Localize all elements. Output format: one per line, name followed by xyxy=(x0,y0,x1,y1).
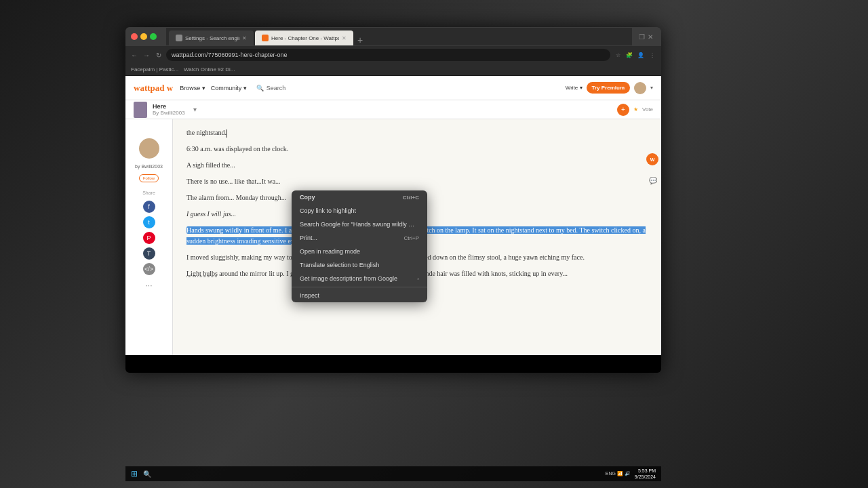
comment-area: 💬 xyxy=(649,174,657,186)
story-line-3: A sigh filled the... xyxy=(186,160,648,171)
light-bulbs-text: Light bulbs xyxy=(186,270,218,277)
bookmark-btn[interactable]: ☆ xyxy=(613,50,623,60)
back-btn[interactable]: ← xyxy=(130,50,139,60)
wattpad-header: wattpad w Browse ▾ Community ▾ 🔍 Search … xyxy=(125,76,661,100)
text-cursor xyxy=(226,129,227,138)
restore-btn[interactable]: ❐ xyxy=(639,33,645,41)
context-menu-inspect[interactable]: Inspect xyxy=(292,289,427,302)
search-label[interactable]: Search xyxy=(267,85,286,92)
write-btn[interactable]: Write ▾ xyxy=(566,85,583,91)
context-menu-print[interactable]: Print... Ctrl+P xyxy=(292,231,427,245)
more-share-btn[interactable]: ··· xyxy=(145,281,152,290)
story-info: Here By Bwilli2003 xyxy=(153,103,185,116)
clock-date: 9/25/2024 xyxy=(635,474,656,480)
user-menu-arrow[interactable]: ▾ xyxy=(650,85,653,91)
context-menu-reading-mode[interactable]: Open in reading mode xyxy=(292,245,427,258)
close-window-btn[interactable] xyxy=(131,33,138,40)
window-controls xyxy=(131,33,157,40)
twitter-share-btn[interactable]: t xyxy=(143,216,155,228)
story-sidebar: by Bwilli2003 Follow Share f t P T </> ·… xyxy=(125,119,173,355)
context-menu-translate[interactable]: Translate selection to English xyxy=(292,258,427,272)
bookmarks-bar: Facepalm | Pastic... Watch Online 92 Di.… xyxy=(125,64,661,76)
search-area: 🔍 Search xyxy=(256,85,286,92)
context-menu: Copy Ctrl+C Copy link to highlight Searc… xyxy=(292,190,427,302)
story-title: Here xyxy=(153,103,185,110)
minimize-window-btn[interactable] xyxy=(140,33,147,40)
translate-label: Translate selection to English xyxy=(300,262,379,268)
maximize-window-btn[interactable] xyxy=(150,33,157,40)
new-tab-btn[interactable]: + xyxy=(357,35,363,45)
context-menu-divider xyxy=(292,287,427,287)
forward-btn[interactable]: → xyxy=(142,50,151,60)
copy-label: Copy xyxy=(300,194,315,201)
author-name: by Bwilli2003 xyxy=(135,164,163,169)
share-label: Share xyxy=(142,190,155,195)
print-label: Print... xyxy=(300,235,317,241)
taskbar-right: ENG 📶 🔊 5:53 PM 9/25/2024 xyxy=(606,468,656,480)
copy-shortcut: Ctrl+C xyxy=(403,195,419,201)
search-google-label: Search Google for "Hands swung wildly in… xyxy=(300,221,415,228)
windows-start-btn[interactable]: ⊞ xyxy=(131,469,138,479)
comment-icon[interactable]: 💬 xyxy=(649,177,657,184)
vote-btn[interactable]: Vote xyxy=(642,106,653,113)
wattpad-tab-close[interactable]: ✕ xyxy=(342,35,347,41)
wattpad-w-circle[interactable]: W xyxy=(646,153,658,165)
try-premium-btn[interactable]: Try Premium xyxy=(587,82,630,94)
menu-btn[interactable]: ⋮ xyxy=(648,50,657,60)
wattpad-logo[interactable]: wattpad w xyxy=(134,83,173,94)
laptop-screen: Settings - Search engine ✕ Here - Chapte… xyxy=(125,27,661,373)
story-cover-thumbnail[interactable] xyxy=(134,102,147,118)
follow-btn[interactable]: Follow xyxy=(139,174,159,182)
image-desc-label: Get image descriptions from Google xyxy=(300,275,397,282)
settings-tab-favicon xyxy=(176,35,182,41)
wattpad-tab-label: Here - Chapter One - Wattpad xyxy=(271,35,339,41)
profile-btn[interactable]: 👤 xyxy=(636,50,646,60)
context-menu-image-desc[interactable]: Get image descriptions from Google › xyxy=(292,272,427,285)
address-bar-row: ← → ↻ ☆ 🧩 👤 ⋮ xyxy=(125,46,661,64)
wattpad-tab-favicon xyxy=(262,35,269,41)
story-actions: + ★ Vote xyxy=(617,104,653,116)
story-line-2: 6:30 a.m. was displayed on the clock. xyxy=(186,144,648,155)
browser-tabs: Settings - Search engine ✕ Here - Chapte… xyxy=(166,28,632,45)
settings-tab-close[interactable]: ✕ xyxy=(242,35,247,41)
reading-mode-label: Open in reading mode xyxy=(300,248,360,255)
close-browser-btn[interactable]: ✕ xyxy=(648,33,653,41)
story-header: Here By Bwilli2003 ▾ + ★ Vote xyxy=(125,100,661,119)
clock: 5:53 PM 9/25/2024 xyxy=(635,468,656,480)
clock-time: 5:53 PM xyxy=(635,468,656,474)
context-menu-copy-link[interactable]: Copy link to highlight xyxy=(292,204,427,218)
user-avatar[interactable] xyxy=(634,82,646,94)
tab-settings[interactable]: Settings - Search engine ✕ xyxy=(169,30,254,45)
story-nav-dropdown[interactable]: ▾ xyxy=(193,106,197,113)
author-avatar xyxy=(139,138,159,159)
embed-share-btn[interactable]: </> xyxy=(143,263,155,275)
facebook-share-btn[interactable]: f xyxy=(143,201,155,213)
context-menu-copy[interactable]: Copy Ctrl+C xyxy=(292,190,427,204)
bookmark-1[interactable]: Facepalm | Pastic... xyxy=(131,66,178,73)
page-content: wattpad w Browse ▾ Community ▾ 🔍 Search … xyxy=(125,76,661,355)
browse-nav-item[interactable]: Browse ▾ xyxy=(180,85,205,92)
story-author: By Bwilli2003 xyxy=(153,110,185,116)
add-library-btn[interactable]: + xyxy=(617,104,629,116)
story-text-area[interactable]: the nightstand. 6:30 a.m. was displayed … xyxy=(173,119,661,355)
browser-top-bar: Settings - Search engine ✕ Here - Chapte… xyxy=(125,27,661,46)
address-input[interactable] xyxy=(166,49,610,61)
community-nav-item[interactable]: Community ▾ xyxy=(211,85,247,92)
tab-wattpad[interactable]: Here - Chapter One - Wattpad ✕ xyxy=(255,30,353,45)
star-icon: ★ xyxy=(633,106,638,113)
search-icon: 🔍 xyxy=(256,85,264,92)
reload-btn[interactable]: ↻ xyxy=(154,50,163,60)
inspect-label: Inspect xyxy=(300,292,319,299)
social-icons: f t P T </> xyxy=(143,201,155,275)
browser-chrome: Settings - Search engine ✕ Here - Chapte… xyxy=(125,27,661,76)
extensions-btn[interactable]: 🧩 xyxy=(625,50,634,60)
wattpad-nav: Browse ▾ Community ▾ xyxy=(180,85,247,92)
story-line-4: There is no use... like that...It wa... xyxy=(186,176,648,187)
pinterest-share-btn[interactable]: P xyxy=(143,232,155,244)
taskbar-search-btn[interactable]: 🔍 xyxy=(143,470,151,478)
context-menu-search-google[interactable]: Search Google for "Hands swung wildly in… xyxy=(292,218,427,231)
settings-tab-label: Settings - Search engine xyxy=(185,35,239,41)
tumblr-share-btn[interactable]: T xyxy=(143,247,155,260)
system-tray: ENG 📶 🔊 xyxy=(606,471,631,476)
bookmark-2[interactable]: Watch Online 92 Di... xyxy=(184,66,235,73)
